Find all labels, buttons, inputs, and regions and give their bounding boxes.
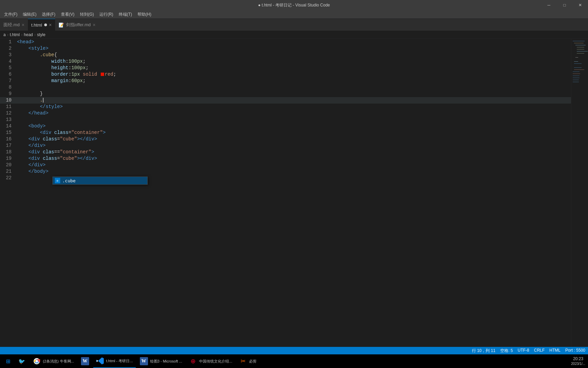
line-row: 8: [0, 84, 571, 91]
line-number: 6: [0, 71, 17, 78]
minimize-button[interactable]: ─: [541, 0, 557, 10]
line-content[interactable]: <style>: [17, 45, 571, 52]
line-content[interactable]: [17, 117, 571, 123]
svg-rect-3: [577, 47, 584, 47]
close-button[interactable]: ✕: [572, 0, 588, 10]
svg-rect-5: [577, 51, 588, 51]
status-cursor-pos[interactable]: 行 10，列 11: [472, 348, 495, 354]
tab-close-icon[interactable]: ×: [22, 22, 24, 28]
line-row: 18 <div clas=="container">: [0, 149, 571, 155]
line-number: 4: [0, 58, 17, 65]
line-row: 15 <div class="container">: [0, 129, 571, 136]
line-row: 1 <head>: [0, 39, 571, 45]
menu-edit[interactable]: 编辑(E): [20, 11, 39, 18]
menu-view[interactable]: 查看(V): [58, 11, 77, 18]
line-content[interactable]: <div class="cube"></div>: [17, 136, 571, 142]
line-content[interactable]: [17, 84, 571, 91]
line-row: 6 border:1px solid red;: [0, 71, 571, 78]
taskbar-start-button[interactable]: ⊞: [3, 356, 14, 367]
taskbar-item-redbook[interactable]: ⊕ 中国传统文化介绍...: [186, 354, 235, 368]
breadcrumb-head[interactable]: head: [24, 32, 33, 37]
taskbar-item-vscode[interactable]: t.html - 考研日...: [93, 354, 136, 368]
taskbar-item-word[interactable]: W: [78, 354, 92, 368]
menu-help[interactable]: 帮助(H): [135, 11, 154, 18]
taskbar-right: 20:23 2023/1/...: [571, 356, 585, 366]
tab-offer[interactable]: 📝 剑指offer.md ×: [55, 19, 99, 31]
editor-container: 1 <head> 2 <style> 3 .cube{ 4 width:100p…: [0, 39, 588, 347]
line-row: 5 height:100px;: [0, 65, 571, 71]
taskbar-redbook-label: 中国传统文化介绍...: [199, 359, 232, 364]
svg-rect-7: [575, 57, 578, 58]
editor[interactable]: 1 <head> 2 <style> 3 .cube{ 4 width:100p…: [0, 39, 571, 347]
line-row-active: 10 .: [0, 97, 571, 104]
taskbar-word2-label: 绘图3 - Microsoft ...: [150, 359, 182, 364]
maximize-button[interactable]: □: [557, 0, 572, 10]
line-content[interactable]: </body>: [17, 168, 571, 175]
autocomplete-dropdown[interactable]: ≡ .cube: [52, 177, 148, 185]
svg-rect-2: [575, 45, 586, 45]
windows-icon: ⊞: [6, 357, 10, 366]
taskbar-item-bird[interactable]: 🐦: [15, 354, 29, 368]
line-number: 13: [0, 117, 17, 123]
line-number: 21: [0, 168, 17, 175]
taskbar-item-word2[interactable]: W 绘图3 - Microsoft ...: [137, 354, 185, 368]
menu-terminal[interactable]: 终端(T): [116, 11, 135, 18]
svg-rect-15: [573, 78, 579, 78]
taskbar-chrome-icon: [33, 357, 41, 365]
autocomplete-item[interactable]: ≡ .cube: [53, 177, 147, 184]
autocomplete-item-icon: ≡: [55, 178, 60, 183]
menu-select[interactable]: 选择(F): [39, 11, 58, 18]
line-content[interactable]: <body>: [17, 123, 571, 129]
line-content[interactable]: width:100px;: [17, 58, 571, 65]
line-content[interactable]: height:100px;: [17, 65, 571, 71]
line-content[interactable]: .cube{: [17, 52, 571, 58]
line-content[interactable]: </style>: [17, 104, 571, 110]
status-spaces[interactable]: 空格: 5: [500, 348, 513, 354]
menu-bar: 文件(F) 编辑(E) 选择(F) 查看(V) 转到(G) 运行(R) 终端(T…: [0, 10, 588, 19]
tab-label: 面经.md: [3, 22, 20, 28]
line-row: 14 <body>: [0, 123, 571, 129]
line-content[interactable]: <div class="container">: [17, 129, 571, 136]
tab-mianjiang[interactable]: 面经.md ×: [0, 19, 28, 31]
svg-rect-13: [573, 74, 580, 74]
taskbar-bird-icon: 🐦: [18, 357, 26, 365]
status-line-ending[interactable]: CRLF: [534, 348, 544, 354]
line-row: 11 </style>: [0, 104, 571, 110]
line-content[interactable]: }: [17, 91, 571, 97]
line-content[interactable]: border:1px solid red;: [17, 71, 571, 78]
line-row: 12 </head>: [0, 110, 571, 117]
svg-rect-11: [574, 70, 584, 70]
menu-run[interactable]: 运行(R): [97, 11, 116, 18]
svg-rect-9: [574, 63, 582, 64]
taskbar-item-chrome[interactable]: (2条消息) 牛客网...: [30, 354, 77, 368]
tab-thtml[interactable]: t.html ×: [28, 19, 55, 31]
tab-close-icon[interactable]: ×: [93, 22, 96, 28]
status-encoding[interactable]: UTF-8: [518, 348, 529, 354]
line-content[interactable]: </head>: [17, 110, 571, 117]
status-port[interactable]: Port : 5500: [565, 348, 585, 354]
line-content[interactable]: <div clas=="container">: [17, 149, 571, 155]
status-language[interactable]: HTML: [550, 348, 561, 354]
svg-rect-6: [577, 53, 584, 53]
minimap: [571, 39, 588, 347]
breadcrumb-style[interactable]: style: [37, 32, 46, 37]
taskbar-chrome-label: (2条消息) 牛客网...: [43, 359, 74, 364]
line-content[interactable]: </div>: [17, 162, 571, 168]
line-number: 14: [0, 123, 17, 129]
line-content[interactable]: </div>: [17, 142, 571, 149]
tab-close-icon[interactable]: ×: [49, 22, 52, 28]
breadcrumb-root[interactable]: a: [3, 32, 6, 37]
line-number: 8: [0, 84, 17, 91]
line-content[interactable]: <div class="cube"></div>: [17, 155, 571, 162]
line-content[interactable]: <head>: [17, 39, 571, 45]
line-content[interactable]: .: [17, 97, 571, 104]
svg-rect-0: [573, 41, 585, 41]
taskbar-item-scissors[interactable]: ✂ 必剪: [236, 354, 259, 368]
breadcrumb-file[interactable]: t.html: [10, 32, 20, 37]
line-number: 3: [0, 52, 17, 58]
taskbar-scissors-label: 必剪: [249, 359, 257, 364]
svg-rect-12: [573, 72, 579, 72]
menu-file[interactable]: 文件(F): [1, 11, 20, 18]
menu-goto[interactable]: 转到(G): [77, 11, 97, 18]
line-content[interactable]: margin:60px;: [17, 78, 571, 84]
